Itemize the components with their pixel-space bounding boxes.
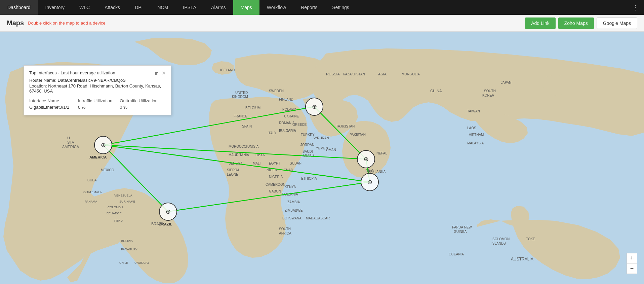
svg-text:CHINA: CHINA (430, 89, 442, 93)
svg-text:PERU: PERU (114, 219, 123, 222)
svg-text:LEONE: LEONE (227, 173, 238, 176)
popup-cell-outtraffic: 0 % (120, 104, 166, 110)
svg-text:SPAIN: SPAIN (242, 125, 252, 128)
svg-text:ETHIOPIA: ETHIOPIA (301, 177, 317, 180)
svg-text:CUBA: CUBA (87, 178, 97, 182)
svg-text:BELGIUM: BELGIUM (245, 106, 260, 110)
svg-text:BULGARIA: BULGARIA (279, 129, 296, 133)
nav-dpi[interactable]: DPI (127, 0, 150, 15)
node-brazil[interactable]: ⊕ (159, 203, 177, 221)
svg-text:EGYPT: EGYPT (269, 162, 280, 165)
nav-wlc[interactable]: WLC (72, 0, 97, 15)
nav-workflow[interactable]: Workflow (259, 0, 293, 15)
svg-text:CAMEROON: CAMEROON (266, 183, 285, 186)
svg-text:KINGDOM: KINGDOM (232, 95, 248, 99)
svg-text:GUATEMALA: GUATEMALA (83, 190, 102, 194)
svg-text:MALAYSIA: MALAYSIA (467, 141, 484, 145)
zoom-out-button[interactable]: − (627, 263, 637, 274)
nav-reports[interactable]: Reports (293, 0, 325, 15)
nav-ipsla[interactable]: IPSLA (175, 0, 204, 15)
node-india-south[interactable]: ⊕ (361, 173, 379, 191)
node-usa[interactable]: ⊕ (94, 136, 112, 154)
map-area[interactable]: CANADA U STA AMERICA MEXICO CUBA GUATEMA… (0, 32, 644, 284)
svg-text:FINLAND: FINLAND (279, 98, 293, 101)
zoom-controls: + − (627, 253, 637, 274)
node-brazil-label: BRAZIL (159, 222, 172, 226)
node-europe[interactable]: ⊕ (305, 98, 323, 116)
svg-text:INDIA: INDIA (365, 169, 374, 172)
zoho-maps-button[interactable]: Zoho Maps (558, 17, 594, 29)
nav-ncm[interactable]: NCM (150, 0, 175, 15)
svg-text:ISLANDS: ISLANDS (491, 242, 506, 245)
svg-text:JORDAN: JORDAN (300, 143, 314, 147)
svg-text:TUNISIA: TUNISIA (245, 145, 259, 148)
svg-text:LAOS: LAOS (467, 126, 476, 130)
svg-text:SOUTH: SOUTH (484, 89, 496, 93)
svg-text:COLOMBIA: COLOMBIA (108, 206, 124, 209)
nav-attacks[interactable]: Attacks (97, 0, 127, 15)
zoom-in-button[interactable]: + (627, 253, 637, 263)
svg-text:AFRICA: AFRICA (279, 232, 291, 235)
svg-text:ZAMBIA: ZAMBIA (287, 200, 300, 204)
svg-text:STA: STA (67, 140, 74, 144)
svg-text:MADAGASCAR: MADAGASCAR (306, 216, 330, 220)
svg-text:SIERRA: SIERRA (227, 168, 240, 172)
nav-dashboard[interactable]: Dashboard (0, 0, 38, 15)
svg-text:FRANCE: FRANCE (234, 114, 247, 118)
svg-text:ITALY: ITALY (268, 131, 277, 135)
header-buttons: Add Link Zoho Maps Google Maps (525, 17, 637, 29)
svg-text:OMAN: OMAN (326, 148, 336, 152)
svg-text:CHILE: CHILE (119, 261, 128, 264)
svg-text:BOTSWANA: BOTSWANA (282, 216, 301, 220)
svg-text:BOLIVIA: BOLIVIA (121, 239, 133, 243)
node-usa-label: AMERICA (89, 155, 107, 159)
svg-text:KOREA: KOREA (482, 94, 494, 97)
svg-text:GREECE: GREECE (292, 123, 307, 127)
svg-text:SUDAN: SUDAN (290, 162, 301, 165)
svg-text:TAJIKISTAN: TAJIKISTAN (336, 125, 355, 128)
nav-settings[interactable]: Settings (325, 0, 357, 15)
nav-inventory[interactable]: Inventory (38, 0, 72, 15)
popup-router: Router Name: DataCentreBasicV9-NBAR/CBQo… (29, 78, 166, 83)
popup-col-intraffic: Intraffic Utilization (78, 98, 120, 104)
nav-alarms[interactable]: Alarms (204, 0, 233, 15)
popup: Top Interfaces - Last hour average utili… (24, 65, 171, 115)
page-subtitle: Double click on the map to add a device (28, 21, 106, 26)
page-title: Maps (7, 19, 24, 27)
popup-delete-icon[interactable]: 🗑 (154, 70, 159, 76)
popup-cell-intraffic: 0 % (78, 104, 120, 110)
svg-text:PANAMA: PANAMA (85, 200, 97, 203)
svg-text:MAURITANIA: MAURITANIA (229, 153, 249, 157)
svg-text:NEPAL: NEPAL (376, 151, 387, 155)
svg-text:ZIMBABWE: ZIMBABWE (285, 209, 303, 212)
nav-more-dots[interactable]: ⋮ (627, 3, 644, 11)
svg-text:PAPUA NEW: PAPUA NEW (452, 225, 472, 229)
svg-text:PAKISTAN: PAKISTAN (350, 133, 366, 137)
svg-text:RUSSIA: RUSSIA (326, 72, 340, 76)
svg-text:UKRAINE: UKRAINE (284, 114, 299, 118)
navbar: Dashboard Inventory WLC Attacks DPI NCM … (0, 0, 644, 15)
popup-table-body: GigabitEthernet0/1/1 0 % 0 % (29, 104, 166, 110)
popup-close-icon[interactable]: ✕ (162, 70, 166, 76)
google-maps-button[interactable]: Google Maps (597, 17, 637, 29)
svg-text:OCEANIA: OCEANIA (449, 252, 464, 256)
node-india-north[interactable]: ⊕ (357, 150, 375, 168)
nav-maps[interactable]: Maps (233, 0, 259, 15)
svg-text:SOUTH: SOUTH (279, 227, 291, 231)
popup-col-outtraffic: Outtraffic Utilization (120, 98, 166, 104)
add-link-button[interactable]: Add Link (525, 17, 555, 29)
svg-text:JAPAN: JAPAN (501, 81, 512, 84)
svg-text:SAUDI: SAUDI (303, 150, 313, 153)
move-arrows-brazil: ⊕ (166, 209, 171, 215)
svg-text:ECUADOR: ECUADOR (107, 212, 122, 215)
move-arrows-europe: ⊕ (312, 104, 317, 110)
popup-header: Top Interfaces - Last hour average utili… (29, 70, 166, 76)
svg-text:GABON: GABON (269, 189, 281, 193)
svg-text:MALI: MALI (253, 162, 260, 165)
svg-text:AMERICA: AMERICA (62, 145, 79, 149)
svg-text:VIETNAM: VIETNAM (469, 133, 484, 137)
svg-text:IRAN: IRAN (321, 136, 329, 140)
svg-text:MOROCCO: MOROCCO (229, 145, 247, 148)
svg-text:MEXICO: MEXICO (101, 168, 114, 172)
popup-col-interface: Interface Name (29, 98, 78, 104)
